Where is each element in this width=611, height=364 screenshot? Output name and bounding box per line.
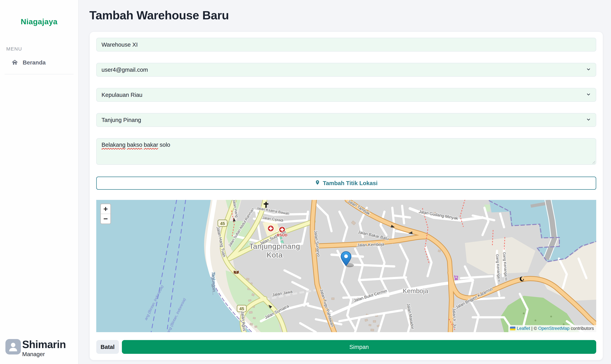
brand-logo[interactable]: Niagajaya [0, 17, 78, 26]
map[interactable]: 45 45 [96, 200, 596, 332]
map-label-rsud: RSUD [277, 233, 287, 237]
sidebar-item-beranda[interactable]: Beranda [12, 59, 78, 66]
main-content: Tambah Warehouse Baru Warehouse XI user4… [79, 0, 611, 364]
attribution-separator: | © [530, 326, 538, 331]
cancel-button[interactable]: Batal [96, 340, 119, 354]
svg-text:45: 45 [220, 221, 225, 226]
sidebar-item-label: Beranda [23, 59, 46, 66]
address-word: bakso [127, 142, 142, 148]
svg-text:45: 45 [239, 306, 244, 311]
map-canvas: 45 45 [96, 200, 596, 332]
leaflet-link[interactable]: Leaflet [517, 326, 530, 331]
chevron-down-icon [586, 66, 591, 73]
openstreetmap-link[interactable]: OpenStreetMap [538, 326, 570, 331]
chevron-down-icon [586, 91, 591, 98]
save-button[interactable]: Simpan [122, 340, 596, 354]
chevron-down-icon [586, 117, 591, 123]
home-icon [12, 59, 18, 66]
province-select[interactable]: Kepulauan Riau [96, 88, 596, 102]
textarea-resize-handle[interactable] [592, 161, 595, 164]
sidebar: Niagajaya MENU Beranda Shimarin Manager [0, 0, 79, 364]
add-location-button[interactable]: Tambah Titik Lokasi [96, 177, 596, 190]
sidebar-divider [5, 74, 74, 74]
warehouse-form-card: Warehouse XI user4@gmail.com Kepulauan R… [89, 31, 603, 360]
owner-select-value: user4@gmail.com [101, 66, 148, 73]
app-window: Niagajaya MENU Beranda Shimarin Manager [0, 0, 611, 364]
ukraine-flag-icon [510, 326, 516, 330]
map-pin-icon [315, 180, 320, 186]
address-word: bakar [144, 142, 158, 148]
map-zoom-control: + − [100, 204, 111, 224]
warehouse-name-input[interactable]: Warehouse XI [96, 38, 596, 52]
page-title: Tambah Warehouse Baru [89, 9, 603, 22]
avatar [5, 339, 21, 354]
hospital-icon [268, 225, 274, 232]
address-textarea[interactable]: Belakangbaksobakarsolo [96, 138, 596, 165]
map-label-city: Tanjungpinang [249, 242, 300, 250]
form-actions: Batal Simpan [96, 340, 596, 354]
city-select-value: Tanjung Pinang [101, 117, 141, 123]
menu-section-label: MENU [6, 46, 78, 52]
user-profile[interactable]: Shimarin Manager [5, 339, 66, 357]
city-select[interactable]: Tanjung Pinang [96, 113, 596, 127]
map-label-city2: Kota [267, 251, 283, 259]
province-select-value: Kepulauan Riau [101, 91, 142, 98]
attribution-suffix: contributors [570, 326, 594, 331]
user-name: Shimarin [22, 339, 66, 350]
user-role: Manager [22, 351, 66, 357]
zoom-out-button[interactable]: − [101, 214, 110, 223]
address-word: solo [160, 142, 170, 148]
map-attribution: Leaflet | © OpenStreetMap contributors [508, 325, 596, 332]
warehouse-name-value: Warehouse XI [101, 41, 138, 48]
zoom-in-button[interactable]: + [101, 204, 110, 214]
map-label-strait: Tanjungpin... [211, 272, 217, 295]
address-word: Belakang [101, 142, 125, 148]
add-location-label: Tambah Titik Lokasi [323, 180, 378, 186]
owner-select[interactable]: user4@gmail.com [96, 63, 596, 77]
svg-text:Jalan Kemboja: Jalan Kemboja [357, 242, 384, 247]
map-label-district: Kemboja [403, 287, 428, 294]
